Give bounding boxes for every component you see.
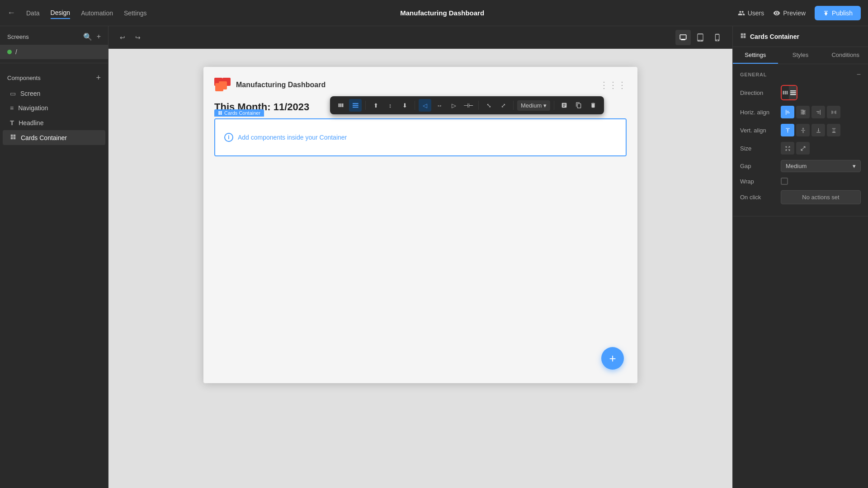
ft-align-top-btn[interactable]: ⬆ bbox=[369, 99, 382, 112]
undo-button[interactable]: ↩ bbox=[116, 31, 129, 44]
panel-tabs: Settings Styles Conditions bbox=[733, 47, 868, 64]
wrap-row: Wrap bbox=[740, 178, 861, 185]
add-component-button[interactable]: + bbox=[96, 73, 101, 83]
page-menu-button[interactable]: ⋮⋮⋮ bbox=[599, 80, 627, 90]
size-buttons bbox=[781, 142, 810, 155]
floating-toolbar: ⬆ ↕ ⬇ ◁ ↔ ▷ ⊣⊢ ⤡ ⤢ Medium ▾ bbox=[330, 96, 604, 114]
panel-header: Cards Container bbox=[733, 26, 868, 47]
size-expand-button[interactable] bbox=[796, 142, 810, 155]
panel-tab-settings[interactable]: Settings bbox=[733, 47, 778, 64]
left-sidebar: Screens 🔍 + / Components + ▭ Screen ≡ Na… bbox=[0, 26, 108, 488]
page-frame: Manufacturing Dashboard ⋮⋮⋮ This Month: … bbox=[203, 67, 637, 383]
topbar: ← Data Design Automation Settings Manufa… bbox=[0, 0, 868, 26]
ft-align-bot-btn[interactable]: ⬇ bbox=[398, 99, 411, 112]
desktop-view-button[interactable] bbox=[675, 30, 691, 45]
gap-dropdown[interactable]: Medium ▾ bbox=[781, 160, 861, 172]
dropdown-arrow-icon: ▾ bbox=[853, 163, 856, 169]
ft-distribute-btn[interactable]: ⊣⊢ bbox=[462, 99, 475, 112]
ft-align-center-btn[interactable]: ↔ bbox=[433, 99, 446, 112]
direction-column-button[interactable] bbox=[782, 86, 789, 99]
navigation-icon: ≡ bbox=[10, 104, 14, 112]
vert-align-top-button[interactable] bbox=[781, 124, 794, 136]
topbar-left: ← Data Design Automation Settings bbox=[7, 7, 147, 19]
horiz-align-row: Horiz. align bbox=[740, 106, 861, 118]
horiz-align-end-button[interactable] bbox=[811, 106, 825, 118]
no-actions-button[interactable]: No actions set bbox=[781, 190, 861, 204]
add-screen-button[interactable]: + bbox=[97, 33, 101, 41]
panel-header-icon bbox=[740, 33, 746, 40]
direction-row-button[interactable] bbox=[789, 86, 797, 99]
info-icon: i bbox=[224, 133, 233, 142]
ft-separator-4 bbox=[513, 101, 514, 110]
sidebar-item-headline[interactable]: T Headline bbox=[3, 115, 105, 130]
page-header: Manufacturing Dashboard ⋮⋮⋮ bbox=[214, 78, 627, 92]
vert-align-control bbox=[781, 124, 861, 136]
cards-container-inner: i Add components inside your Container bbox=[215, 119, 626, 155]
vert-align-buttons bbox=[781, 124, 840, 136]
horiz-align-center-button[interactable] bbox=[796, 106, 810, 118]
tablet-view-button[interactable] bbox=[693, 30, 708, 45]
general-collapse-button[interactable]: − bbox=[857, 70, 861, 79]
ft-separator-2 bbox=[415, 101, 415, 110]
horiz-align-space-button[interactable] bbox=[827, 106, 840, 118]
wrap-checkbox[interactable] bbox=[781, 178, 788, 185]
direction-row: Direction bbox=[740, 85, 861, 100]
horiz-align-buttons bbox=[781, 106, 840, 118]
app-logo bbox=[214, 78, 231, 92]
direction-control bbox=[781, 85, 861, 100]
sidebar-item-screen[interactable]: ▭ Screen bbox=[3, 86, 105, 101]
ft-component-settings-btn[interactable] bbox=[558, 99, 571, 112]
preview-icon bbox=[773, 9, 780, 17]
screen-item-root[interactable]: / bbox=[0, 45, 108, 59]
back-button[interactable]: ← bbox=[7, 8, 15, 18]
right-panel: Cards Container Settings Styles Conditio… bbox=[732, 26, 868, 488]
cards-container-icon bbox=[10, 134, 16, 141]
ft-align-left-btn[interactable]: ◁ bbox=[419, 99, 431, 112]
size-row: Size bbox=[740, 142, 861, 155]
ft-expand-btn[interactable]: ⤢ bbox=[497, 99, 509, 112]
ft-column-layout-btn[interactable] bbox=[335, 99, 347, 112]
fab-add-button[interactable]: + bbox=[601, 347, 624, 370]
add-components-hint[interactable]: i Add components inside your Container bbox=[224, 133, 617, 142]
cards-container[interactable]: Cards Container i Add components inside … bbox=[214, 118, 627, 156]
ft-duplicate-btn[interactable] bbox=[572, 99, 585, 112]
publish-icon bbox=[823, 10, 829, 16]
sidebar-item-navigation[interactable]: ≡ Navigation bbox=[3, 101, 105, 115]
publish-button[interactable]: Publish bbox=[815, 6, 861, 20]
vert-align-bot-button[interactable] bbox=[811, 124, 825, 136]
tab-data[interactable]: Data bbox=[26, 8, 40, 19]
search-icon[interactable]: 🔍 bbox=[83, 33, 92, 41]
ft-delete-btn[interactable] bbox=[587, 99, 599, 112]
panel-tab-styles[interactable]: Styles bbox=[778, 47, 823, 64]
ft-align-right-btn[interactable]: ▷ bbox=[448, 99, 460, 112]
ft-gap-dropdown[interactable]: Medium ▾ bbox=[517, 100, 550, 111]
ft-row-layout-btn[interactable] bbox=[349, 99, 362, 112]
app-title: Manufacturing Dashboard bbox=[147, 9, 738, 17]
redo-button[interactable]: ↪ bbox=[131, 31, 145, 44]
users-button[interactable]: Users bbox=[738, 9, 764, 17]
vert-align-mid-button[interactable] bbox=[796, 124, 810, 136]
mobile-view-button[interactable] bbox=[710, 30, 725, 45]
gap-control: Medium ▾ bbox=[781, 160, 861, 172]
ft-shrink-btn[interactable]: ⤡ bbox=[482, 99, 495, 112]
screens-actions: 🔍 + bbox=[83, 33, 101, 41]
tab-settings[interactable]: Settings bbox=[124, 8, 147, 19]
page-title: Manufacturing Dashboard bbox=[236, 81, 326, 89]
wrap-control bbox=[781, 178, 861, 185]
preview-button[interactable]: Preview bbox=[773, 9, 806, 17]
canvas-content: ⬆ ↕ ⬇ ◁ ↔ ▷ ⊣⊢ ⤡ ⤢ Medium ▾ bbox=[108, 49, 732, 488]
components-section-header: Components + bbox=[0, 67, 108, 86]
vert-align-space-button[interactable] bbox=[827, 124, 840, 136]
ft-align-mid-btn[interactable]: ↕ bbox=[384, 99, 396, 112]
users-icon bbox=[738, 9, 745, 17]
tab-automation[interactable]: Automation bbox=[81, 8, 113, 19]
screen-status-dot bbox=[7, 50, 12, 54]
panel-tab-conditions[interactable]: Conditions bbox=[823, 47, 868, 64]
cards-container-label-icon bbox=[218, 111, 222, 115]
tab-design[interactable]: Design bbox=[51, 7, 71, 19]
horiz-align-start-button[interactable] bbox=[781, 106, 794, 118]
horiz-align-control bbox=[781, 106, 861, 118]
sidebar-item-cards-container[interactable]: Cards Container bbox=[3, 130, 105, 145]
sidebar-divider bbox=[0, 63, 108, 63]
size-compress-button[interactable] bbox=[781, 142, 794, 155]
